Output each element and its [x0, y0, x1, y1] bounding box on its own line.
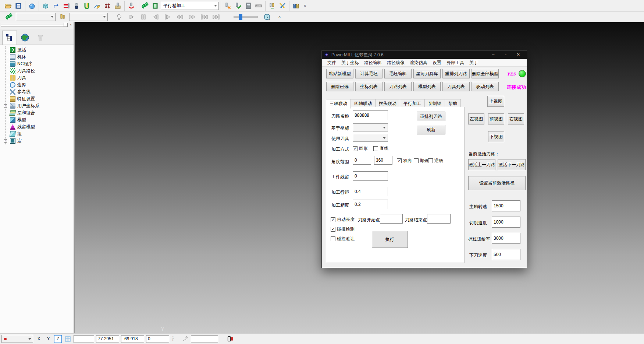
toolpath-name-input[interactable]: 888888: [353, 110, 388, 120]
angle-from-input[interactable]: 0: [353, 156, 371, 165]
axis-x-toggle[interactable]: X: [35, 335, 43, 343]
explorer-tab-recycle[interactable]: [33, 31, 48, 45]
measure-result-input[interactable]: [191, 335, 218, 343]
end-point-input[interactable]: -: [427, 214, 451, 224]
dialog-button-model-list[interactable]: 模型列表: [413, 82, 441, 91]
dialog-menu-item[interactable]: 渲染仿真: [407, 59, 430, 67]
tree-expander-icon[interactable]: +: [4, 104, 7, 108]
plunge-feed-input[interactable]: 500: [492, 249, 520, 260]
method-line-checkbox[interactable]: 直线: [373, 145, 388, 152]
raster-strategy-button[interactable]: [82, 1, 92, 10]
tree-item-feature-sets[interactable]: + 特征设置: [6, 95, 74, 102]
spindle-speed-input[interactable]: 1500: [492, 200, 520, 211]
dialog-menu-item[interactable]: 设置: [430, 59, 444, 67]
view-left-button[interactable]: 左视图: [468, 113, 484, 124]
dialog-button-toolpath-list[interactable]: 刀路列表: [384, 82, 412, 91]
tree-expander-icon[interactable]: +: [4, 139, 7, 143]
tool-compare-button[interactable]: [267, 1, 277, 10]
dialog-button-coord-list[interactable]: 坐标列表: [355, 82, 383, 91]
dialog-button-delete-all-models[interactable]: 删除全部模型: [472, 69, 499, 78]
axis-z-toggle[interactable]: Z: [54, 335, 62, 343]
checkbox-icon[interactable]: [331, 227, 335, 232]
checkbox-icon[interactable]: [331, 217, 335, 222]
rapid-moves-button[interactable]: [51, 1, 61, 10]
checkbox-icon[interactable]: [331, 236, 335, 241]
tool-activate-button[interactable]: [223, 1, 232, 10]
dialog-tab-tab-3axis[interactable]: 三轴联动: [326, 99, 351, 109]
calculator-button[interactable]: [243, 1, 253, 10]
explorer-tab-web[interactable]: [18, 31, 32, 45]
tree-item-activate[interactable]: + 激活: [6, 46, 74, 53]
sim-step-back-button[interactable]: [151, 13, 160, 21]
both-direction-checkbox[interactable]: 双向: [397, 158, 412, 164]
activate-prev-toolpath-button[interactable]: 激活上一刀路: [468, 159, 495, 170]
tree-item-levels-sets[interactable]: + 层和组合: [6, 109, 74, 116]
checkbox-icon[interactable]: [373, 146, 378, 151]
dialog-button-paste-new-model[interactable]: 粘贴新模型: [326, 69, 353, 78]
sim-play-button[interactable]: [127, 13, 136, 21]
strategy-list-button[interactable]: [150, 1, 160, 10]
tree-item-machine-tool[interactable]: + 机床: [6, 53, 74, 60]
dialog-menu-item[interactable]: 关于: [467, 59, 481, 67]
checkbox-icon[interactable]: [428, 158, 433, 163]
ball-tool-button[interactable]: [72, 1, 81, 10]
dock-gripper[interactable]: [1, 25, 65, 27]
cutting-feed-input[interactable]: 1000: [492, 217, 520, 228]
explorer-tab-tree[interactable]: [2, 31, 17, 45]
based-coord-select[interactable]: [353, 123, 388, 131]
reorder-toolpath-button[interactable]: 重排列刀路: [417, 112, 445, 121]
dialog-button-compute-stock[interactable]: 计算毛坯: [355, 69, 383, 78]
sim-pause-button[interactable]: [139, 13, 148, 21]
grid-size-input[interactable]: [74, 335, 94, 343]
tree-item-toolpaths[interactable]: + 刀具路径: [6, 67, 74, 74]
use-tool-select[interactable]: [353, 134, 388, 142]
sim-toolbar-close-button[interactable]: ×: [276, 14, 283, 20]
tree-item-stock-models[interactable]: + 残留模型: [6, 123, 74, 130]
z-heights-button[interactable]: [61, 1, 71, 10]
checkbox-icon[interactable]: [397, 158, 402, 163]
sim-toolpath-combobox[interactable]: [16, 13, 56, 21]
collision-avoid-checkbox[interactable]: 碰撞避让: [331, 236, 355, 242]
dialog-maximize-button[interactable]: ▫: [499, 51, 512, 59]
grid-toggle-button[interactable]: [64, 335, 72, 343]
auto-length-checkbox[interactable]: 自动长度: [331, 217, 355, 223]
save-project-button[interactable]: [14, 1, 23, 10]
dialog-button-tool-list[interactable]: 刀具列表: [442, 82, 470, 91]
stock-pair-button[interactable]: [291, 1, 301, 10]
skim-feed-input[interactable]: 3000: [492, 233, 520, 244]
dialog-button-xinghe-tool-library[interactable]: 星河刀具库: [413, 69, 441, 78]
climb-mill-checkbox[interactable]: 顺铣: [414, 158, 429, 164]
cursor-y-input[interactable]: -69.918: [121, 335, 144, 343]
start-point-input[interactable]: [380, 214, 403, 224]
sim-step-forward-button[interactable]: [163, 13, 172, 21]
sim-clock-button[interactable]: [262, 13, 272, 21]
tolerance-input[interactable]: 0.2: [353, 200, 388, 209]
slider-handle[interactable]: [239, 14, 242, 20]
tool-block-button[interactable]: [113, 1, 122, 10]
tool-verify-button[interactable]: [233, 1, 243, 10]
dock-gripper[interactable]: [1, 24, 65, 25]
execute-button[interactable]: 执行: [372, 231, 408, 248]
dialog-menu-item[interactable]: 外部工具: [444, 59, 467, 67]
device-pause-button[interactable]: [226, 335, 234, 343]
view-bottom-button[interactable]: 下视图: [488, 131, 504, 142]
refresh-button[interactable]: 刷新: [417, 125, 445, 134]
workplane-combobox[interactable]: [1, 335, 33, 343]
block-button[interactable]: [41, 1, 50, 10]
sim-search-forward-button[interactable]: [187, 13, 197, 21]
angle-to-input[interactable]: 360: [374, 156, 392, 165]
tree-item-macros[interactable]: + 宏: [6, 137, 74, 144]
collision-check-checkbox[interactable]: 碰撞检测: [331, 226, 355, 232]
dialog-button-reorder-toolpaths[interactable]: 重排列刀路: [442, 69, 470, 78]
stock-allowance-input[interactable]: 0: [353, 171, 388, 181]
open-project-button[interactable]: [3, 1, 13, 10]
shaded-view-button[interactable]: [27, 1, 37, 10]
sim-to-start-button[interactable]: [199, 13, 209, 21]
tree-item-models[interactable]: + 模型: [6, 116, 74, 123]
checkbox-icon[interactable]: [353, 146, 357, 151]
sim-tool-combobox[interactable]: [70, 13, 108, 21]
cursor-z-input[interactable]: 0: [146, 335, 169, 343]
sim-tool-button[interactable]: [58, 13, 67, 21]
dialog-button-stock-edit[interactable]: 毛坯编辑: [384, 69, 412, 78]
dialog-close-button[interactable]: ✕: [512, 51, 524, 59]
